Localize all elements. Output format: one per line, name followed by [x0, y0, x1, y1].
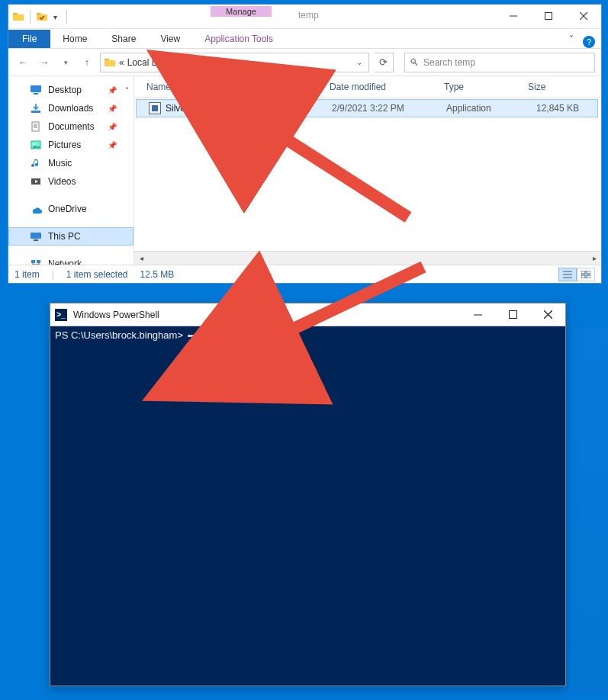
- tab-home[interactable]: Home: [50, 30, 99, 48]
- file-row[interactable]: Silverlight_x64.exe 2/9/2021 3:22 PM App…: [136, 99, 598, 117]
- horizontal-scrollbar[interactable]: ◂ ▸: [134, 251, 601, 265]
- back-button[interactable]: ←: [14, 54, 31, 71]
- powershell-title: Windows PowerShell: [73, 310, 159, 320]
- sidebar-item-pictures[interactable]: Pictures 📌: [8, 136, 134, 154]
- powershell-terminal[interactable]: PS C:\Users\brock.bingham>: [50, 326, 565, 686]
- manage-contextual-tab[interactable]: Manage: [199, 5, 283, 27]
- tab-application-tools[interactable]: Application Tools: [192, 30, 285, 48]
- pictures-icon: [30, 139, 42, 151]
- sidebar-item-label: Pictures: [48, 140, 81, 150]
- powershell-icon: >_: [55, 309, 67, 321]
- svg-rect-15: [31, 233, 41, 239]
- help-icon[interactable]: ?: [583, 36, 595, 48]
- minimize-button[interactable]: [496, 5, 531, 27]
- recent-locations-icon[interactable]: ▾: [57, 54, 74, 71]
- sidebar-item-label: Network: [48, 258, 82, 265]
- sidebar-item-label: This PC: [48, 231, 81, 242]
- column-date[interactable]: Date modified: [323, 82, 438, 92]
- search-placeholder: Search temp: [423, 57, 475, 68]
- column-name[interactable]: Name ˄: [140, 82, 323, 92]
- chevron-up-icon[interactable]: ˄: [125, 86, 129, 95]
- sidebar-item-label: Music: [48, 158, 72, 169]
- pin-icon: 📌: [108, 86, 117, 95]
- window-title: temp: [298, 10, 319, 21]
- qat-dropdown-icon[interactable]: ▾: [49, 13, 62, 21]
- file-name-cell: Silverlight_x64.exe: [143, 102, 326, 114]
- sidebar-item-desktop[interactable]: Desktop 📌 ˄: [8, 81, 134, 99]
- svg-rect-23: [581, 271, 585, 274]
- maximize-button[interactable]: [531, 5, 566, 27]
- svg-rect-25: [581, 275, 585, 278]
- file-list-empty-area[interactable]: [134, 117, 601, 251]
- sidebar-item-network[interactable]: Network: [8, 255, 134, 265]
- status-item-count: 1 item: [14, 269, 40, 280]
- forward-button[interactable]: →: [36, 54, 53, 71]
- breadcrumb-drive[interactable]: Local Disk (C:): [127, 57, 188, 68]
- sidebar-item-label: Downloads: [48, 103, 93, 114]
- sidebar-item-videos[interactable]: Videos: [8, 172, 134, 191]
- window-controls: [496, 5, 601, 28]
- refresh-button[interactable]: ⟳: [374, 53, 394, 72]
- navigation-bar: ← → ▾ ↑ « Local Disk (C:) › temp ⌄ ⟳ 🔍︎ …: [8, 49, 601, 76]
- documents-icon: [30, 120, 42, 133]
- breadcrumb[interactable]: « Local Disk (C:) › temp: [119, 57, 216, 68]
- column-type[interactable]: Type: [438, 82, 522, 92]
- close-button[interactable]: [566, 5, 601, 27]
- chevron-right-icon: ›: [190, 58, 192, 66]
- sidebar-item-downloads[interactable]: Downloads 📌: [8, 99, 134, 117]
- svg-rect-5: [34, 93, 38, 95]
- separator: [30, 10, 31, 24]
- sidebar-item-thispc[interactable]: This PC: [8, 227, 134, 246]
- minimize-button[interactable]: [460, 304, 495, 326]
- sidebar-item-onedrive[interactable]: OneDrive: [8, 200, 134, 218]
- sidebar-item-label: Desktop: [48, 85, 82, 95]
- music-icon: [30, 157, 42, 169]
- maximize-button[interactable]: [495, 304, 530, 326]
- window-controls: [460, 304, 565, 326]
- scroll-track[interactable]: [148, 252, 587, 265]
- exe-icon: [149, 102, 161, 114]
- file-type-cell: Application: [440, 103, 524, 114]
- file-menu-button[interactable]: File: [8, 30, 50, 48]
- view-details-button[interactable]: [558, 268, 577, 281]
- view-thumbnails-button[interactable]: [577, 268, 595, 281]
- separator: [66, 10, 67, 24]
- breadcrumb-prefix: «: [119, 57, 124, 68]
- explorer-content: Desktop 📌 ˄ Downloads 📌 Documents 📌 Pict…: [8, 76, 601, 265]
- close-button[interactable]: [530, 304, 565, 326]
- svg-rect-7: [32, 122, 39, 131]
- ribbon-expand-icon[interactable]: ˅: [565, 31, 578, 48]
- address-bar[interactable]: « Local Disk (C:) › temp ⌄: [100, 53, 369, 72]
- pin-icon: 📌: [108, 104, 117, 113]
- sidebar-item-documents[interactable]: Documents 📌: [8, 117, 134, 136]
- file-explorer-window: ▾ Manage temp File Home Share View Appli…: [8, 4, 602, 284]
- sort-indicator-icon: ˄: [298, 83, 317, 90]
- powershell-window: >_ Windows PowerShell PS C:\Users\brock.…: [50, 303, 566, 686]
- file-date-cell: 2/9/2021 3:22 PM: [326, 103, 440, 114]
- tab-view[interactable]: View: [148, 30, 192, 48]
- desktop-icon: [30, 84, 42, 96]
- search-box[interactable]: 🔍︎ Search temp: [404, 53, 595, 72]
- up-button[interactable]: ↑: [79, 54, 95, 71]
- pin-icon: 📌: [108, 123, 117, 131]
- sidebar-item-label: Videos: [48, 176, 76, 187]
- folder-icon: [104, 56, 116, 69]
- tab-share[interactable]: Share: [99, 30, 148, 48]
- quick-access-toolbar: ▾: [8, 5, 72, 29]
- column-size[interactable]: Size: [522, 82, 583, 92]
- svg-rect-24: [587, 271, 590, 274]
- status-bar: 1 item | 1 item selected 12.5 MB: [8, 265, 601, 283]
- sidebar-item-label: OneDrive: [48, 204, 87, 214]
- downloads-icon: [30, 102, 42, 114]
- scroll-right-icon[interactable]: ▸: [587, 252, 601, 265]
- file-name: Silverlight_x64.exe: [166, 103, 243, 114]
- breadcrumb-folder[interactable]: temp: [196, 57, 217, 68]
- scroll-left-icon[interactable]: ◂: [134, 252, 148, 265]
- address-dropdown-icon[interactable]: ⌄: [353, 58, 365, 66]
- svg-rect-18: [37, 260, 40, 263]
- sidebar-item-music[interactable]: Music: [8, 154, 134, 172]
- powershell-titlebar[interactable]: >_ Windows PowerShell: [50, 303, 565, 326]
- manage-label: Manage: [211, 6, 272, 17]
- svg-rect-26: [587, 275, 590, 278]
- folder-check-icon[interactable]: [35, 10, 49, 24]
